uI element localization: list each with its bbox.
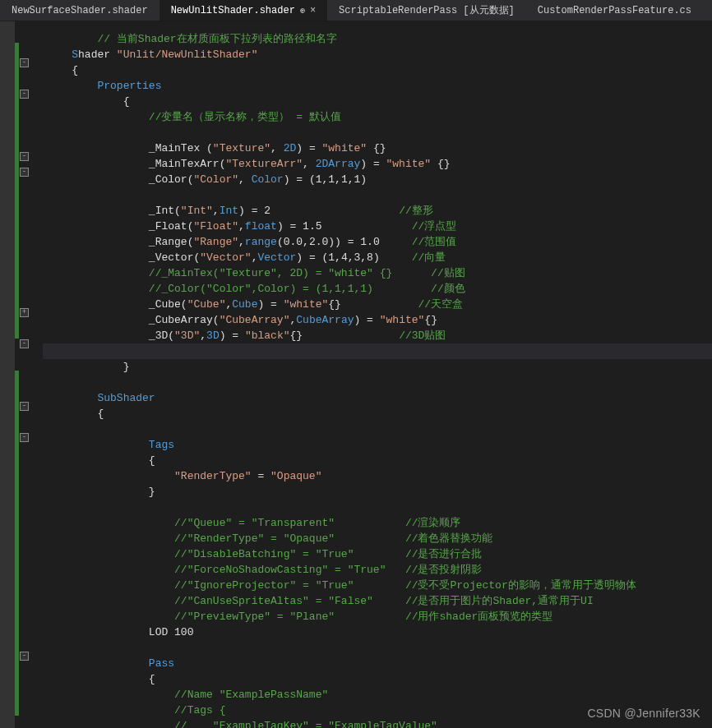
- code-line[interactable]: [46, 500, 712, 515]
- code-line[interactable]: Tags: [46, 437, 712, 453]
- fold-toggle[interactable]: -: [20, 402, 29, 411]
- change-indicator: [15, 43, 19, 339]
- fold-toggle[interactable]: -: [20, 652, 29, 661]
- code-line[interactable]: {: [46, 453, 712, 468]
- code-line[interactable]: //"ForceNoShadowCasting" = "True" //是否投射…: [46, 562, 712, 578]
- code-line[interactable]: _3D("3D",3D) = "black"{} //3D贴图: [46, 328, 712, 343]
- code-line[interactable]: {: [46, 62, 712, 78]
- code-line[interactable]: Pass: [46, 656, 712, 671]
- fold-toggle[interactable]: -: [20, 168, 29, 177]
- tab-scriptable-render[interactable]: ScriptableRenderPass [从元数据]: [327, 0, 526, 21]
- tab-unlit-shader[interactable]: NewUnlitShader.shader ⊕ ×: [160, 0, 327, 21]
- code-line[interactable]: //Name "ExamplePassName": [46, 687, 712, 703]
- code-line[interactable]: {: [46, 94, 712, 109]
- tab-label: ScriptableRenderPass [从元数据]: [339, 3, 515, 17]
- fold-toggle[interactable]: +: [20, 308, 29, 317]
- editor-area: ----+---- // 当前Shader在材质面板下拉列表的路径和名字 Sha…: [0, 21, 712, 728]
- tab-label: NewUnlitShader.shader: [171, 5, 295, 16]
- code-line[interactable]: //_MainTex("Texture", 2D) = "white" {} /…: [46, 265, 712, 281]
- code-line[interactable]: //"CanUseSpriteAltas" = "False" //是否用于图片…: [46, 593, 712, 609]
- change-indicator: [15, 371, 19, 716]
- fold-toggle[interactable]: -: [20, 152, 29, 161]
- code-line[interactable]: _Cube("Cube",Cube) = "white"{} //天空盒: [46, 297, 712, 312]
- code-line[interactable]: //"PreviewType" = "Plane" //用作shader面板预览…: [46, 609, 712, 624]
- code-line[interactable]: _Range("Range",range(0.0,2.0)) = 1.0 //范…: [46, 234, 712, 250]
- code-line[interactable]: _CubeArray("CubeArray",CubeArray) = "whi…: [46, 312, 712, 328]
- tab-custom-render-feature[interactable]: CustomRenderPassFeature.cs: [526, 0, 703, 21]
- watermark: CSDN @Jennifer33K: [587, 707, 700, 720]
- code-line[interactable]: }: [46, 484, 712, 500]
- code-line[interactable]: LOD 100: [46, 624, 712, 640]
- cursor-line-highlight: [43, 343, 712, 359]
- code-line[interactable]: //变量名（显示名称，类型） = 默认值: [46, 109, 712, 125]
- code-line[interactable]: _MainTexArr("TextureArr", 2DArray) = "wh…: [46, 156, 712, 172]
- tab-label: NewSurfaceShader.shader: [12, 5, 148, 16]
- code-line[interactable]: {: [46, 671, 712, 687]
- tab-bar: NewSurfaceShader.shader NewUnlitShader.s…: [0, 0, 712, 21]
- code-line[interactable]: {: [46, 406, 712, 422]
- code-line[interactable]: SubShader: [46, 390, 712, 406]
- code-line[interactable]: _MainTex ("Texture", 2D) = "white" {}: [46, 141, 712, 156]
- gutter[interactable]: ----+----: [15, 21, 43, 728]
- code-line[interactable]: Properties: [46, 78, 712, 94]
- fold-toggle[interactable]: -: [20, 58, 29, 67]
- code-line[interactable]: [46, 422, 712, 437]
- code-line[interactable]: [46, 187, 712, 203]
- fold-toggle[interactable]: -: [20, 339, 29, 348]
- code-line[interactable]: [46, 375, 712, 390]
- tab-surface-shader[interactable]: NewSurfaceShader.shader: [0, 0, 160, 21]
- breakpoint-margin[interactable]: [0, 21, 15, 728]
- code-line[interactable]: "RenderType" = "Opaque": [46, 468, 712, 484]
- fold-toggle[interactable]: -: [20, 90, 29, 99]
- code-line[interactable]: [46, 640, 712, 656]
- code-line[interactable]: //"DisableBatching" = "True" //是否进行合批: [46, 546, 712, 562]
- code-line[interactable]: _Vector("Vector",Vector) = (1,4,3,8) //向…: [46, 250, 712, 265]
- code-line[interactable]: //"RenderType" = "Opaque" //着色器替换功能: [46, 531, 712, 546]
- fold-toggle[interactable]: -: [20, 433, 29, 442]
- close-icon[interactable]: ×: [310, 5, 316, 16]
- code-line[interactable]: _Float("Float",float) = 1.5 //浮点型: [46, 219, 712, 234]
- code-line[interactable]: //_Color("Color",Color) = (1,1,1,1) //颜色: [46, 281, 712, 297]
- pin-icon[interactable]: ⊕: [300, 6, 305, 16]
- code-line[interactable]: Shader "Unlit/NewUnlitShader": [46, 47, 712, 62]
- code-line[interactable]: _Color("Color", Color) = (1,1,1,1): [46, 172, 712, 187]
- code-line[interactable]: //"IgnoreProjector" = "True" //受不受Projec…: [46, 578, 712, 593]
- code-area[interactable]: // 当前Shader在材质面板下拉列表的路径和名字 Shader "Unlit…: [43, 21, 712, 728]
- code-line[interactable]: }: [46, 359, 712, 375]
- code-line[interactable]: // 当前Shader在材质面板下拉列表的路径和名字: [46, 31, 712, 47]
- code-line[interactable]: _Int("Int",Int) = 2 //整形: [46, 203, 712, 219]
- tab-label: CustomRenderPassFeature.cs: [538, 5, 691, 16]
- code-line[interactable]: //"Queue" = "Transparent" //渲染顺序: [46, 515, 712, 531]
- code-line[interactable]: [46, 125, 712, 141]
